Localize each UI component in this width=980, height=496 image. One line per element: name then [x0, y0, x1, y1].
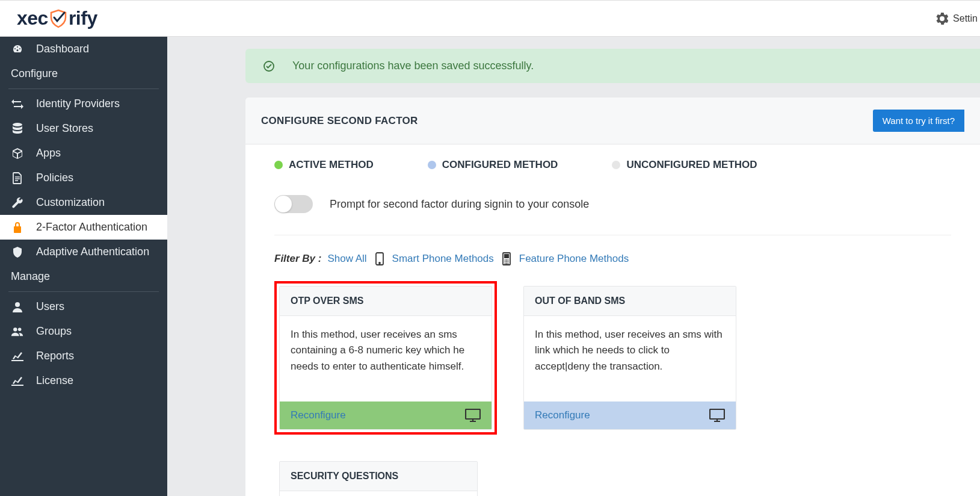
svg-point-14: [507, 261, 508, 262]
panel-header: CONFIGURE SECOND FACTOR Want to try it f…: [245, 98, 980, 144]
filter-row: Filter By : Show All Smart Phone Methods…: [274, 252, 951, 265]
legend-configured: CONFIGURED METHOD: [428, 159, 558, 171]
prompt-toggle[interactable]: [274, 195, 313, 213]
sidebar-item-label: Adaptive Authentication: [36, 246, 149, 258]
card-grid: OTP OVER SMS In this method, user receiv…: [274, 281, 951, 496]
check-circle-icon: [263, 61, 274, 72]
sidebar-item-customization[interactable]: Customization: [0, 190, 167, 215]
svg-point-12: [504, 261, 505, 262]
chart-icon: [11, 376, 24, 386]
method-legend: ACTIVE METHOD CONFIGURED METHOD UNCONFIG…: [274, 159, 951, 171]
prompt-toggle-row: Prompt for second factor during signin t…: [274, 190, 951, 235]
sidebar-item-2fa[interactable]: 2-Factor Authentication: [0, 215, 167, 240]
header: xec rify Settin: [0, 0, 980, 37]
sidebar-item-dashboard[interactable]: Dashboard: [0, 37, 167, 61]
filter-smart-phone[interactable]: Smart Phone Methods: [392, 253, 494, 265]
svg-point-1: [15, 302, 20, 307]
legend-unconfigured: UNCONFIGURED METHOD: [612, 159, 757, 171]
sidebar-item-label: Dashboard: [36, 43, 89, 55]
header-settings[interactable]: Settin: [936, 13, 980, 25]
sidebar-item-label: Apps: [36, 147, 61, 160]
legend-active: ACTIVE METHOD: [274, 159, 374, 171]
dashboard-icon: [11, 43, 24, 55]
svg-point-6: [379, 262, 380, 264]
gear-icon: [936, 13, 948, 25]
sidebar-item-identity-providers[interactable]: Identity Providers: [0, 91, 167, 116]
user-icon: [11, 301, 24, 313]
svg-point-13: [506, 261, 507, 262]
svg-point-17: [507, 263, 508, 264]
card-title: OUT OF BAND SMS: [524, 287, 736, 316]
sidebar-item-label: Groups: [36, 325, 72, 338]
svg-point-15: [504, 263, 505, 264]
success-alert: Your configurations have been saved succ…: [245, 49, 980, 83]
card-body: In this method, user receives an sms con…: [280, 316, 492, 401]
featurephone-icon: [502, 252, 511, 265]
sidebar-item-user-stores[interactable]: User Stores: [0, 116, 167, 141]
sidebar-item-groups[interactable]: Groups: [0, 319, 167, 344]
reconfigure-link: Reconfigure: [291, 409, 346, 421]
svg-point-11: [507, 259, 508, 261]
svg-point-2: [13, 327, 17, 331]
card-title: SECURITY QUESTIONS: [280, 462, 477, 491]
svg-rect-19: [710, 409, 724, 419]
cube-icon: [11, 147, 24, 160]
exchange-icon: [11, 99, 24, 109]
alert-message: Your configurations have been saved succ…: [292, 60, 534, 72]
svg-rect-18: [466, 409, 480, 419]
svg-point-16: [506, 263, 507, 264]
logo-shield-icon: [49, 9, 67, 28]
card-out-of-band-wrapper: OUT OF BAND SMS In this method, user rec…: [519, 281, 741, 435]
sidebar-item-reports[interactable]: Reports: [0, 344, 167, 368]
card-otp-sms-wrapper: OTP OVER SMS In this method, user receiv…: [274, 281, 497, 435]
card-footer-reconfigure[interactable]: Reconfigure: [280, 401, 492, 429]
card-body: In this method, user answers some knowle…: [280, 491, 477, 496]
logo[interactable]: xec rify: [17, 7, 97, 29]
file-icon: [11, 172, 24, 184]
sidebar-section-manage: Manage: [0, 264, 167, 289]
chart-icon: [11, 352, 24, 361]
monitor-icon: [465, 409, 481, 422]
toggle-label: Prompt for second factor during signin t…: [330, 198, 589, 211]
svg-point-0: [13, 123, 22, 126]
card-security-questions-wrapper: SECURITY QUESTIONS In this method, user …: [274, 456, 482, 496]
sidebar-divider: [8, 291, 159, 292]
sidebar: Dashboard Configure Identity Providers U…: [0, 37, 167, 496]
filter-label: Filter By :: [274, 253, 321, 265]
sidebar-item-label: License: [36, 374, 73, 387]
filter-show-all[interactable]: Show All: [327, 253, 366, 265]
card-footer-reconfigure[interactable]: Reconfigure: [524, 401, 736, 429]
sidebar-item-label: Identity Providers: [36, 98, 120, 110]
sidebar-item-policies[interactable]: Policies: [0, 166, 167, 190]
users-icon: [11, 326, 24, 337]
smartphone-icon: [375, 252, 384, 265]
logo-text-1: xec: [17, 7, 48, 29]
try-it-first-button[interactable]: Want to try it first?: [873, 110, 964, 132]
svg-point-10: [506, 259, 507, 261]
legend-dot-active: [274, 161, 283, 169]
lock-icon: [11, 222, 24, 234]
sidebar-item-license[interactable]: License: [0, 368, 167, 393]
sidebar-item-label: Customization: [36, 196, 105, 209]
sidebar-item-apps[interactable]: Apps: [0, 141, 167, 166]
toggle-knob: [275, 196, 292, 212]
card-title: OTP OVER SMS: [280, 287, 492, 316]
legend-dot-configured: [428, 161, 436, 169]
svg-point-3: [18, 327, 21, 331]
filter-feature-phone[interactable]: Feature Phone Methods: [519, 253, 629, 265]
sidebar-item-label: Reports: [36, 350, 74, 362]
sidebar-item-users[interactable]: Users: [0, 294, 167, 319]
sidebar-item-label: 2-Factor Authentication: [36, 221, 147, 234]
database-icon: [11, 123, 24, 135]
logo-text-2: rify: [69, 7, 97, 29]
svg-rect-8: [504, 254, 509, 258]
sidebar-item-adaptive-auth[interactable]: Adaptive Authentication: [0, 240, 167, 264]
legend-dot-unconfigured: [612, 161, 620, 169]
sidebar-divider: [8, 88, 159, 89]
svg-point-9: [504, 259, 505, 261]
shield-icon: [11, 246, 24, 258]
main-content: Your configurations have been saved succ…: [167, 37, 980, 496]
sidebar-item-label: User Stores: [36, 122, 93, 135]
monitor-icon: [709, 409, 725, 422]
sidebar-item-label: Policies: [36, 172, 73, 184]
